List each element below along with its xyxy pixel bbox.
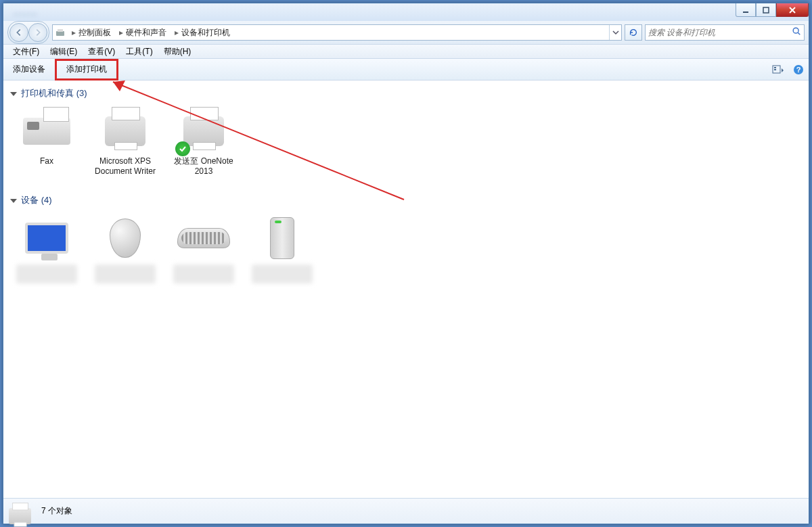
printer-icon <box>105 116 145 146</box>
content-area: 打印机和传真 (3) Fax Microsoft XPS Document Wr… <box>3 81 809 498</box>
breadcrumb-seg-1[interactable]: ▸控制面板 <box>68 27 115 39</box>
help-button[interactable]: ? <box>788 62 809 78</box>
monitor-icon <box>25 223 68 254</box>
search-input[interactable] <box>648 28 792 37</box>
back-button[interactable] <box>9 23 28 42</box>
devices-row <box>10 212 802 298</box>
svg-text:?: ? <box>796 66 801 74</box>
device-item-keyboard[interactable] <box>171 214 236 283</box>
maximize-button[interactable] <box>756 3 776 17</box>
minimize-button[interactable] <box>736 3 756 17</box>
nav-row: ▸控制面板 ▸硬件和声音 ▸设备和打印机 <box>3 21 809 44</box>
breadcrumb-seg-3[interactable]: ▸设备和打印机 <box>171 27 234 39</box>
location-icon <box>53 27 68 38</box>
group-title: 设备 (4) <box>21 194 52 206</box>
keyboard-icon <box>177 228 230 248</box>
device-label-blurred <box>173 265 234 283</box>
device-label-blurred <box>16 265 77 283</box>
svg-rect-4 <box>56 31 64 36</box>
explorer-window: ……… ▸控制面板 ▸硬件和 <box>3 3 809 524</box>
breadcrumb-seg-2[interactable]: ▸硬件和声音 <box>115 27 171 39</box>
menu-view[interactable]: 查看(V) <box>83 45 120 59</box>
titlebar: ……… <box>3 3 809 21</box>
refresh-button[interactable] <box>625 24 642 41</box>
collapse-icon <box>10 92 17 96</box>
menu-tools[interactable]: 工具(T) <box>120 45 158 59</box>
collapse-icon <box>10 199 17 203</box>
address-bar[interactable]: ▸控制面板 ▸硬件和声音 ▸设备和打印机 <box>52 24 622 41</box>
window-title: ……… <box>3 7 736 17</box>
menu-file[interactable]: 文件(F) <box>7 45 45 59</box>
device-item-tower[interactable] <box>250 214 315 283</box>
printer-icon <box>183 116 224 146</box>
forward-button[interactable] <box>28 23 47 42</box>
menu-bar: 文件(F) 编辑(E) 查看(V) 工具(T) 帮助(H) <box>3 44 809 59</box>
close-button[interactable] <box>776 3 809 17</box>
mouse-icon <box>110 219 141 258</box>
device-label: Microsoft XPS Document Writer <box>93 156 158 177</box>
toolbar: 添加设备 添加打印机 ? <box>3 59 809 81</box>
svg-rect-5 <box>58 29 63 32</box>
device-label: Fax <box>40 156 53 166</box>
address-dropdown[interactable] <box>609 25 621 40</box>
device-item-xps[interactable]: Microsoft XPS Document Writer <box>93 108 158 177</box>
window-controls <box>736 3 809 17</box>
search-box[interactable] <box>645 24 805 41</box>
fax-icon <box>23 118 70 145</box>
device-label-blurred <box>252 265 313 283</box>
menu-help[interactable]: 帮助(H) <box>158 45 197 59</box>
device-item-mouse[interactable] <box>93 214 158 283</box>
svg-point-6 <box>793 28 798 33</box>
default-check-icon <box>175 141 190 156</box>
svg-rect-10 <box>774 69 776 70</box>
printers-row: Fax Microsoft XPS Document Writer 发送至 On… <box>10 105 802 191</box>
nav-buttons <box>7 21 49 44</box>
group-title: 打印机和传真 (3) <box>21 87 87 99</box>
device-item-fax[interactable]: Fax <box>14 108 79 177</box>
device-label: 发送至 OneNote 2013 <box>171 156 236 177</box>
group-header-printers[interactable]: 打印机和传真 (3) <box>10 85 802 105</box>
svg-line-7 <box>798 32 800 35</box>
add-device-button[interactable]: 添加设备 <box>3 59 55 81</box>
menu-edit[interactable]: 编辑(E) <box>45 45 83 59</box>
group-header-devices[interactable]: 设备 (4) <box>10 191 802 212</box>
view-mode-button[interactable] <box>768 62 788 78</box>
status-icon <box>9 501 35 522</box>
status-text: 7 个对象 <box>41 505 72 517</box>
device-label-blurred <box>95 265 156 283</box>
svg-rect-8 <box>773 66 780 73</box>
device-item-monitor[interactable] <box>14 214 79 283</box>
svg-rect-9 <box>774 67 776 68</box>
search-icon <box>792 26 801 39</box>
tower-icon <box>270 217 294 259</box>
device-item-onenote[interactable]: 发送至 OneNote 2013 <box>171 108 236 177</box>
status-bar: 7 个对象 <box>3 498 809 524</box>
add-printer-button[interactable]: 添加打印机 <box>55 59 118 81</box>
svg-rect-1 <box>763 7 769 13</box>
